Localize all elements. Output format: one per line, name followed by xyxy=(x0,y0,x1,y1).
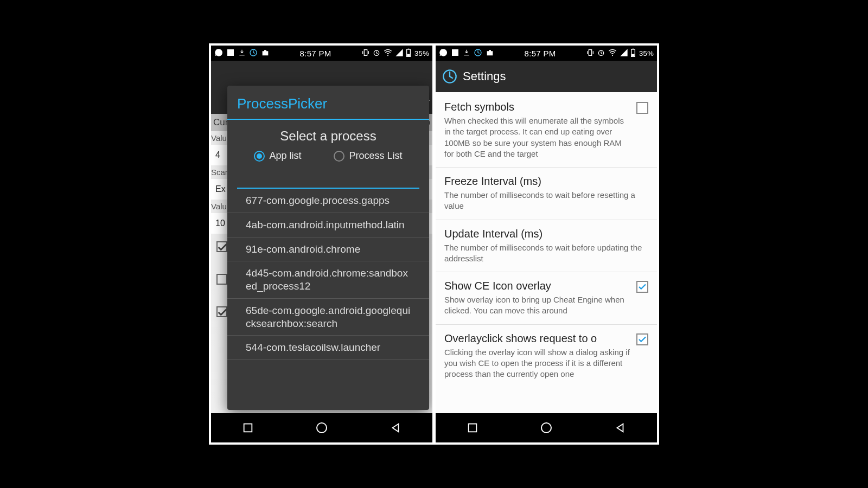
svg-rect-1 xyxy=(364,49,367,55)
process-list[interactable]: 677-com.google.process.gapps 4ab-com.and… xyxy=(227,189,429,410)
radio-app-list[interactable]: App list xyxy=(254,150,301,162)
phone-right: 8:57 PM 35% Settings Fetch sym xyxy=(436,46,657,442)
radio-process-list[interactable]: Process List xyxy=(334,150,402,162)
battery-icon xyxy=(630,48,636,59)
screen1-content: ST Curr limb Valu 4 Scan Ex Valu 10 xyxy=(211,61,432,413)
nav-home-button[interactable] xyxy=(537,419,556,437)
alarm-icon xyxy=(372,48,381,59)
checkbox[interactable] xyxy=(636,102,648,114)
status-time: 8:57 PM xyxy=(494,49,586,58)
signal-icon xyxy=(395,48,404,59)
briefcase-icon xyxy=(486,48,494,59)
radio-icon xyxy=(334,151,344,162)
signal-icon xyxy=(620,48,628,59)
svg-point-18 xyxy=(541,423,551,433)
svg-rect-7 xyxy=(244,424,252,432)
setting-freeze-interval[interactable]: Freeze Interval (ms) The number of milli… xyxy=(436,168,657,220)
setting-fetch-symbols[interactable]: Fetch symbols When checked this will enu… xyxy=(436,93,657,168)
svg-rect-6 xyxy=(408,48,410,49)
radio-process-list-label: Process List xyxy=(349,150,402,162)
download-icon xyxy=(238,48,246,59)
setting-title: Fetch symbols xyxy=(444,101,630,113)
wifi-icon xyxy=(608,48,617,59)
phone-left: 8:57 PM 35% ST Curr limb Valu xyxy=(211,46,432,442)
dialog-title: ProcessPicker xyxy=(227,86,429,120)
setting-desc: When checked this will enumerate all the… xyxy=(444,115,630,159)
whatsapp-icon xyxy=(214,48,223,59)
dialog-subtitle: Select a process xyxy=(227,120,429,147)
setting-show-overlay[interactable]: Show CE Icon overlay Show overlay icon t… xyxy=(436,272,657,325)
image-icon xyxy=(226,48,235,59)
bg-check-3[interactable] xyxy=(216,306,227,317)
setting-title: Freeze Interval (ms) xyxy=(444,175,648,188)
svg-rect-5 xyxy=(407,54,410,56)
whatsapp-icon xyxy=(439,48,448,59)
briefcase-icon xyxy=(261,48,270,59)
process-item[interactable]: 677-com.google.process.gapps xyxy=(227,189,429,213)
status-bar: 8:57 PM 35% xyxy=(436,46,657,61)
nav-bar xyxy=(211,413,432,442)
setting-update-interval[interactable]: Update Interval (ms) The number of milli… xyxy=(436,220,657,273)
image-icon xyxy=(451,48,459,59)
vibrate-icon xyxy=(586,48,595,59)
svg-point-8 xyxy=(317,423,327,433)
alarm-icon xyxy=(597,48,605,59)
setting-title: Show CE Icon overlay xyxy=(444,280,630,292)
nav-recent-button[interactable] xyxy=(239,419,257,437)
svg-rect-14 xyxy=(631,54,634,56)
status-time: 8:57 PM xyxy=(270,49,361,58)
settings-title: Settings xyxy=(463,69,506,84)
battery-icon xyxy=(406,48,411,59)
nav-home-button[interactable] xyxy=(312,419,331,437)
setting-desc: Clicking the overlay icon will show a di… xyxy=(444,347,630,380)
checkbox[interactable] xyxy=(636,333,648,345)
wifi-icon xyxy=(383,48,393,59)
settings-list[interactable]: Fetch symbols When checked this will enu… xyxy=(436,92,657,413)
bg-check-2[interactable] xyxy=(216,274,227,285)
status-bar: 8:57 PM 35% xyxy=(211,46,432,61)
process-item[interactable]: 65de-com.google.android.googlequicksearc… xyxy=(227,299,429,336)
ce-notification-icon xyxy=(474,48,482,59)
cheat-engine-icon xyxy=(442,69,457,84)
ce-notification-icon xyxy=(249,48,258,59)
process-search-input[interactable] xyxy=(237,172,419,189)
setting-desc: Show overlay icon to bring up Cheat Engi… xyxy=(444,294,630,317)
setting-title: Update Interval (ms) xyxy=(444,228,648,240)
setting-title: Overlayclick shows request to o xyxy=(444,332,630,345)
download-icon xyxy=(463,48,470,59)
dual-screenshot-frame: 8:57 PM 35% ST Curr limb Valu xyxy=(209,43,659,445)
process-item[interactable]: 91e-com.android.chrome xyxy=(227,237,429,262)
radio-icon xyxy=(254,151,265,162)
svg-rect-15 xyxy=(633,48,634,49)
setting-overlayclick[interactable]: Overlayclick shows request to o Clicking… xyxy=(436,325,657,388)
checkbox[interactable] xyxy=(636,281,648,293)
radio-row: App list Process List xyxy=(227,147,429,169)
screen2-content: Settings Fetch symbols When checked this… xyxy=(436,61,657,413)
setting-desc: The number of milliseconds to wait befor… xyxy=(444,242,648,265)
vibrate-icon xyxy=(361,48,370,59)
svg-rect-10 xyxy=(589,49,591,55)
nav-back-button[interactable] xyxy=(386,419,405,437)
process-item[interactable]: 4d45-com.android.chrome:sandboxed_proces… xyxy=(227,261,429,299)
setting-desc: The number of milliseconds to wait befor… xyxy=(444,190,648,212)
bg-check-1[interactable] xyxy=(216,241,227,252)
nav-back-button[interactable] xyxy=(611,419,629,437)
process-item[interactable]: 544-com.teslacoilsw.launcher xyxy=(227,336,429,360)
battery-text: 35% xyxy=(639,49,654,57)
process-item[interactable]: 4ab-com.android.inputmethod.latin xyxy=(227,213,429,237)
nav-recent-button[interactable] xyxy=(463,419,482,437)
svg-point-3 xyxy=(387,55,388,56)
nav-bar xyxy=(436,413,657,442)
battery-text: 35% xyxy=(414,49,429,57)
radio-app-list-label: App list xyxy=(269,150,301,162)
process-picker-dialog: ProcessPicker Select a process App list … xyxy=(227,86,429,410)
svg-rect-17 xyxy=(469,424,477,432)
svg-point-12 xyxy=(612,55,613,56)
settings-header: Settings xyxy=(436,61,657,92)
